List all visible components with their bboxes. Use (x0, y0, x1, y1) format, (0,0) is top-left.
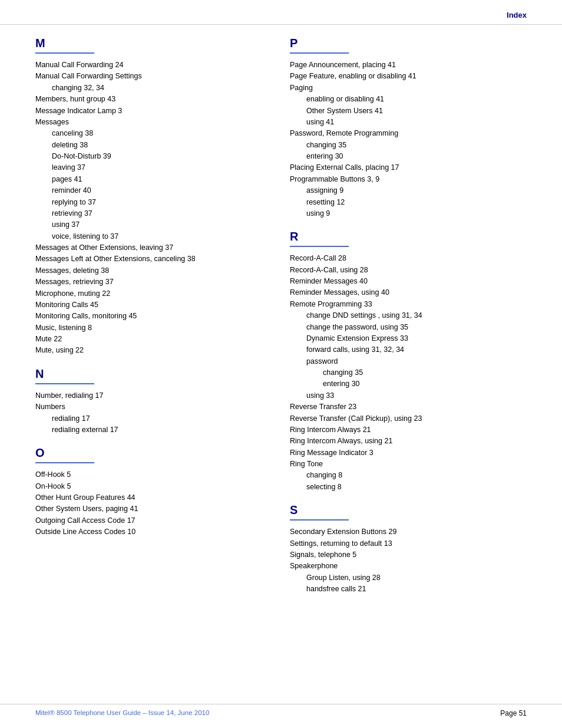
index-entry-text: replying to 37 (35, 197, 272, 208)
index-entry-text: Signals, telephone 5 (290, 549, 527, 561)
index-entry-text: deleting 38 (35, 140, 272, 151)
section-letter: O (35, 446, 272, 460)
section-divider (290, 519, 349, 521)
page-title: Index (507, 11, 527, 19)
index-section-r: RRecord-A-Call 28Record-A-Call, using 28… (290, 230, 527, 493)
section-letter: S (290, 503, 527, 517)
index-entry-text: using 33 (290, 390, 527, 401)
index-entry-text: canceling 38 (35, 128, 272, 139)
index-entry-text: Message Indicator Lamp 3 (35, 106, 272, 117)
index-entry-text: Monitoring Calls 45 (35, 299, 272, 311)
index-entry-text: redialing external 17 (35, 424, 272, 436)
index-entry-text: change the password, using 35 (290, 322, 527, 333)
index-section-n: NNumber, redialing 17Numbersredialing 17… (35, 367, 272, 436)
index-entry-text: forward calls, using 31, 32, 34 (290, 344, 527, 355)
index-entry-text: changing 32, 34 (35, 83, 272, 94)
section-divider (35, 383, 94, 384)
index-entry-text: Outside Line Access Codes 10 (35, 526, 272, 538)
page-header: Index (0, 0, 562, 25)
index-entry-text: Reminder Messages 40 (290, 276, 527, 287)
main-content: MManual Call Forwarding 24Manual Call Fo… (0, 25, 562, 617)
section-letter: R (290, 230, 527, 243)
index-entry-text: change DND settings , using 31, 34 (290, 310, 527, 321)
index-entry-text: handsfree calls 21 (290, 584, 527, 595)
index-entry-text: Outgoing Call Access Code 17 (35, 515, 272, 526)
index-entry-text: Numbers (35, 401, 272, 413)
page-footer: Mitel® 8500 Telephone User Guide – Issue… (0, 704, 562, 717)
footer-left-text: Mitel® 8500 Telephone User Guide – Issue… (35, 709, 209, 717)
index-entry-text: Ring Tone (290, 459, 527, 470)
index-entry-text: voice, listening to 37 (35, 231, 272, 242)
index-entry-text: Monitoring Calls, monitoring 45 (35, 311, 272, 322)
index-entry-text: changing 35 (290, 140, 527, 151)
index-entry-text: Placing External Calls, placing 17 (290, 162, 527, 173)
section-divider (290, 52, 349, 54)
index-entry-text: changing 35 (290, 367, 527, 378)
right-column: PPage Announcement, placing 41Page Featu… (290, 37, 527, 605)
index-entry-text: Remote Programming 33 (290, 299, 527, 310)
index-entry-text: Manual Call Forwarding 24 (35, 60, 272, 71)
index-entry-text: Page Feature, enabling or disabling 41 (290, 71, 527, 82)
index-entry-text: Messages Left at Other Extensions, cance… (35, 253, 272, 265)
index-entry-text: Do-Not-Disturb 39 (35, 151, 272, 162)
index-entry-text: Paging (290, 83, 527, 94)
index-entry-text: password (290, 356, 527, 367)
index-entry-text: Dynamic Extension Express 33 (290, 333, 527, 344)
index-entry-text: entering 30 (290, 378, 527, 390)
index-entry-text: Music, listening 8 (35, 322, 272, 334)
section-divider (290, 246, 349, 247)
index-entry-text: Messages at Other Extensions, leaving 37 (35, 242, 272, 253)
index-entry-text: Group Listen, using 28 (290, 572, 527, 584)
index-section-s: SSecondary Extension Buttons 29Settings,… (290, 503, 527, 595)
index-entry-text: changing 8 (290, 470, 527, 481)
index-entry-text: enabling or disabling 41 (290, 94, 527, 105)
index-entry-text: Ring Message Indicator 3 (290, 447, 527, 459)
index-entry-text: using 9 (290, 208, 527, 219)
index-entry-text: using 37 (35, 219, 272, 230)
index-entry-text: resetting 12 (290, 197, 527, 208)
index-entry-text: leaving 37 (35, 162, 272, 173)
index-entry-text: Record-A-Call, using 28 (290, 265, 527, 276)
index-entry-text: redialing 17 (35, 413, 272, 424)
index-entry-text: using 41 (290, 117, 527, 128)
section-divider (35, 462, 94, 463)
index-section-p: PPage Announcement, placing 41Page Featu… (290, 37, 527, 219)
section-letter: P (290, 37, 527, 50)
index-entry-text: Ring Intercom Always, using 21 (290, 436, 527, 447)
index-entry-text: Messages (35, 117, 272, 128)
index-entry-text: reminder 40 (35, 185, 272, 196)
index-entry-text: Speakerphone (290, 561, 527, 572)
index-entry-text: Messages, retrieving 37 (35, 276, 272, 288)
index-entry-text: retrieving 37 (35, 208, 272, 219)
index-entry-text: Record-A-Call 28 (290, 253, 527, 264)
section-divider (35, 52, 94, 54)
index-entry-text: Mute 22 (35, 334, 272, 345)
index-section-m: MManual Call Forwarding 24Manual Call Fo… (35, 37, 272, 357)
section-letter: M (35, 37, 272, 50)
index-entry-text: entering 30 (290, 151, 527, 162)
page: Index MManual Call Forwarding 24Manual C… (0, 0, 562, 728)
index-entry-text: Mute, using 22 (35, 345, 272, 356)
index-entry-text: Other Hunt Group Features 44 (35, 492, 272, 503)
index-entry-text: Reverse Transfer 23 (290, 401, 527, 413)
index-entry-text: Password, Remote Programming (290, 128, 527, 139)
index-entry-text: assigning 9 (290, 185, 527, 196)
index-entry-text: Secondary Extension Buttons 29 (290, 526, 527, 538)
index-entry-text: Reminder Messages, using 40 (290, 287, 527, 298)
index-entry-text: Programmable Buttons 3, 9 (290, 174, 527, 185)
index-entry-text: Other System Users 41 (290, 106, 527, 117)
index-entry-text: Members, hunt group 43 (35, 94, 272, 105)
index-entry-text: selecting 8 (290, 482, 527, 493)
index-entry-text: Microphone, muting 22 (35, 288, 272, 299)
index-entry-text: Manual Call Forwarding Settings (35, 71, 272, 82)
index-entry-text: Messages, deleting 38 (35, 265, 272, 276)
index-entry-text: Off-Hook 5 (35, 469, 272, 480)
index-entry-text: Page Announcement, placing 41 (290, 60, 527, 71)
index-entry-text: Settings, returning to default 13 (290, 538, 527, 549)
index-section-o: OOff-Hook 5On-Hook 5Other Hunt Group Fea… (35, 446, 272, 538)
index-entry-text: Ring Intercom Always 21 (290, 424, 527, 436)
section-letter: N (35, 367, 272, 381)
index-entry-text: On-Hook 5 (35, 481, 272, 492)
index-entry-text: Number, redialing 17 (35, 390, 272, 401)
index-entry-text: pages 41 (35, 174, 272, 185)
